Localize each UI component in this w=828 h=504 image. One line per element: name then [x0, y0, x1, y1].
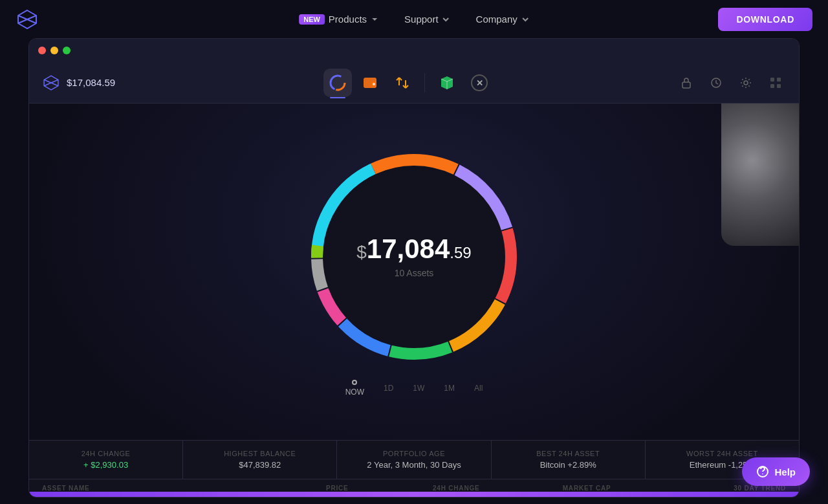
chevron-down-icon [371, 16, 378, 23]
svg-rect-13 [682, 82, 690, 88]
stat-portfolio-age-value: 2 Year, 3 Month, 30 Days [350, 460, 477, 470]
time-label-1m: 1M [444, 384, 455, 393]
stat-24h-change-label: 24h Change [42, 450, 169, 457]
time-dot-now [352, 380, 357, 385]
main-content: $17,084.59 10 Assets NOW 1D 1W 1M [29, 104, 799, 497]
nav-support[interactable]: Support [404, 14, 450, 25]
stat-worst-asset-label: Worst 24H Asset [659, 450, 786, 457]
time-label-1w: 1W [413, 384, 424, 393]
donut-chart: $17,084.59 10 Assets [298, 140, 530, 373]
amount-main: 17,084 [367, 234, 450, 264]
stat-highest-balance: Highest Balance $47,839.82 [183, 441, 337, 479]
time-label-1d: 1D [384, 384, 393, 393]
amount-cents: .59 [450, 244, 471, 261]
window-titlebar [29, 39, 799, 62]
help-icon [756, 465, 769, 478]
tab-staking[interactable] [433, 69, 461, 97]
time-selector: NOW 1D 1W 1M All [345, 380, 483, 397]
support-label: Support [404, 14, 439, 25]
stat-portfolio-age-label: Portfolio Age [350, 450, 477, 457]
portfolio-value: $17,084.59 [356, 236, 471, 263]
products-label: Products [329, 14, 367, 25]
svg-rect-16 [770, 78, 774, 82]
stat-best-asset-label: Best 24H Asset [505, 450, 632, 457]
tab-swap[interactable] [388, 69, 417, 97]
stat-24h-change: 24h Change + $2,930.03 [29, 441, 183, 479]
svg-rect-19 [777, 84, 781, 88]
chevron-down-icon [521, 16, 529, 23]
th-24h-change: 24H CHANGE [349, 485, 480, 492]
time-label-now: NOW [345, 388, 364, 397]
stat-best-asset-value: Bitcoin +2.89% [505, 460, 632, 470]
svg-rect-18 [770, 84, 774, 88]
toolbar-balance: $17,084.59 [67, 77, 115, 88]
assets-count: 10 Assets [356, 268, 471, 278]
stat-highest-balance-value: $47,839.82 [196, 460, 323, 470]
history-icon-btn[interactable] [706, 72, 726, 93]
app-toolbar: $17,084.59 [29, 62, 799, 104]
app-window: $17,084.59 [28, 38, 800, 498]
help-label: Help [774, 466, 796, 477]
stat-best-asset: Best 24H Asset Bitcoin +2.89% [492, 441, 646, 479]
stat-portfolio-age: Portfolio Age 2 Year, 3 Month, 30 Days [337, 441, 491, 479]
bottom-gradient-bar [29, 492, 799, 497]
th-price: PRICE [217, 485, 349, 492]
grid-icon-btn[interactable] [765, 72, 786, 93]
download-button[interactable]: DOWNLOAD [718, 8, 812, 31]
chevron-down-icon [442, 16, 450, 23]
toolbar-tabs: ✕ [141, 69, 676, 97]
time-label-all: All [474, 384, 483, 393]
tab-wallet[interactable] [356, 69, 384, 97]
minimize-dot[interactable] [50, 47, 58, 54]
th-asset-name: ASSET NAME [42, 485, 217, 492]
svg-point-15 [744, 81, 748, 85]
chart-area: $17,084.59 10 Assets NOW 1D 1W 1M [29, 104, 799, 440]
top-nav: NEW Products Support Company DOWNLOAD [0, 0, 828, 38]
time-1w[interactable]: 1W [413, 384, 424, 393]
logo[interactable] [16, 8, 39, 31]
new-badge: NEW [299, 14, 325, 25]
dollar-sign: $ [356, 242, 367, 262]
help-button[interactable]: Help [742, 457, 810, 486]
stats-bar: 24h Change + $2,930.03 Highest Balance $… [29, 440, 799, 479]
time-all[interactable]: All [474, 384, 483, 393]
tab-x[interactable]: ✕ [465, 69, 494, 97]
stat-24h-change-value: + $2,930.03 [42, 460, 169, 470]
nav-center: NEW Products Support Company [299, 14, 529, 25]
time-1d[interactable]: 1D [384, 384, 393, 393]
company-label: Company [476, 14, 518, 25]
svg-rect-17 [777, 78, 781, 82]
toolbar-logo: $17,084.59 [42, 74, 115, 92]
nav-company[interactable]: Company [476, 14, 529, 25]
tab-portfolio[interactable] [323, 69, 352, 97]
toolbar-right [676, 72, 786, 93]
svg-point-10 [373, 83, 375, 85]
lock-icon-btn[interactable] [676, 72, 697, 93]
time-now[interactable]: NOW [345, 380, 364, 397]
nav-products[interactable]: NEW Products [299, 14, 378, 25]
maximize-dot[interactable] [63, 47, 71, 54]
svg-text:✕: ✕ [476, 78, 483, 88]
th-market-cap: MARKET CAP [479, 485, 611, 492]
time-1m[interactable]: 1M [444, 384, 455, 393]
toolbar-divider [424, 73, 425, 93]
settings-icon-btn[interactable] [735, 72, 756, 93]
donut-center: $17,084.59 10 Assets [356, 236, 471, 278]
stat-highest-balance-label: Highest Balance [196, 450, 323, 457]
close-dot[interactable] [38, 47, 46, 54]
